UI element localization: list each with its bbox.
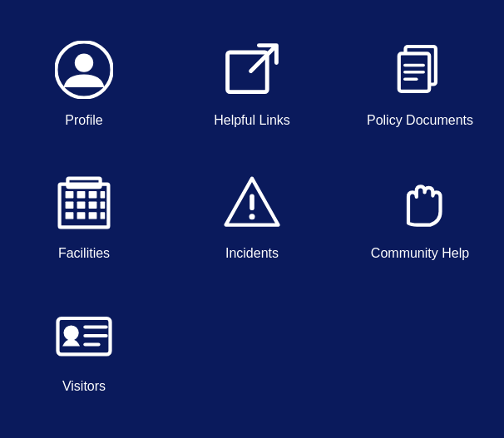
visitors-icon — [51, 303, 117, 369]
policy-documents-item[interactable]: Policy Documents — [336, 20, 504, 153]
external-link-icon — [219, 37, 285, 103]
svg-rect-20 — [77, 212, 86, 219]
community-help-label: Community Help — [371, 246, 469, 261]
empty-cell-2 — [336, 286, 504, 419]
incidents-label: Incidents — [225, 246, 279, 261]
profile-icon — [51, 37, 117, 103]
facilities-icon — [51, 170, 117, 236]
helpful-links-label: Helpful Links — [214, 113, 290, 128]
incidents-item[interactable]: Incidents — [168, 153, 336, 286]
svg-point-1 — [75, 53, 93, 71]
svg-rect-21 — [89, 212, 97, 219]
documents-icon — [387, 37, 453, 103]
svg-point-25 — [250, 214, 255, 219]
svg-rect-15 — [66, 201, 74, 208]
svg-rect-24 — [250, 194, 254, 210]
svg-rect-14 — [101, 191, 106, 198]
profile-label: Profile — [65, 113, 102, 128]
facilities-label: Facilities — [58, 246, 110, 261]
svg-rect-16 — [77, 201, 86, 208]
visitors-label: Visitors — [62, 379, 106, 394]
svg-rect-13 — [89, 191, 97, 198]
warning-icon — [219, 170, 285, 236]
main-grid: Profile Helpful Links — [0, 3, 504, 436]
helpful-links-item[interactable]: Helpful Links — [168, 20, 336, 153]
svg-rect-22 — [101, 212, 106, 219]
profile-item[interactable]: Profile — [0, 20, 168, 153]
facilities-item[interactable]: Facilities — [0, 153, 168, 286]
visitors-item[interactable]: Visitors — [0, 286, 168, 419]
svg-line-3 — [251, 47, 275, 71]
svg-rect-12 — [77, 191, 86, 198]
policy-documents-label: Policy Documents — [367, 113, 473, 128]
hand-icon — [387, 170, 453, 236]
svg-rect-17 — [89, 201, 97, 208]
community-help-item[interactable]: Community Help — [336, 153, 504, 286]
svg-rect-11 — [66, 191, 74, 198]
svg-point-27 — [64, 325, 79, 340]
svg-rect-19 — [66, 212, 74, 219]
empty-cell-1 — [168, 286, 336, 419]
svg-rect-18 — [101, 201, 106, 208]
